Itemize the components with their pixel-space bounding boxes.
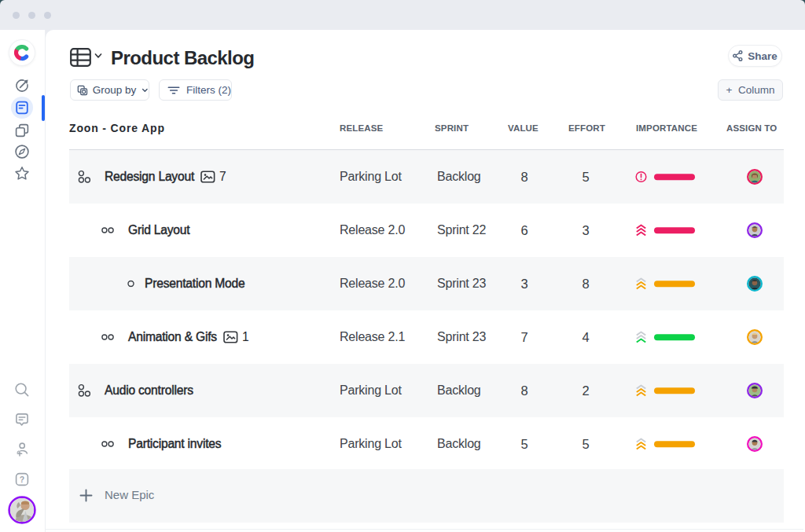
svg-text:?: ? [20,475,24,484]
